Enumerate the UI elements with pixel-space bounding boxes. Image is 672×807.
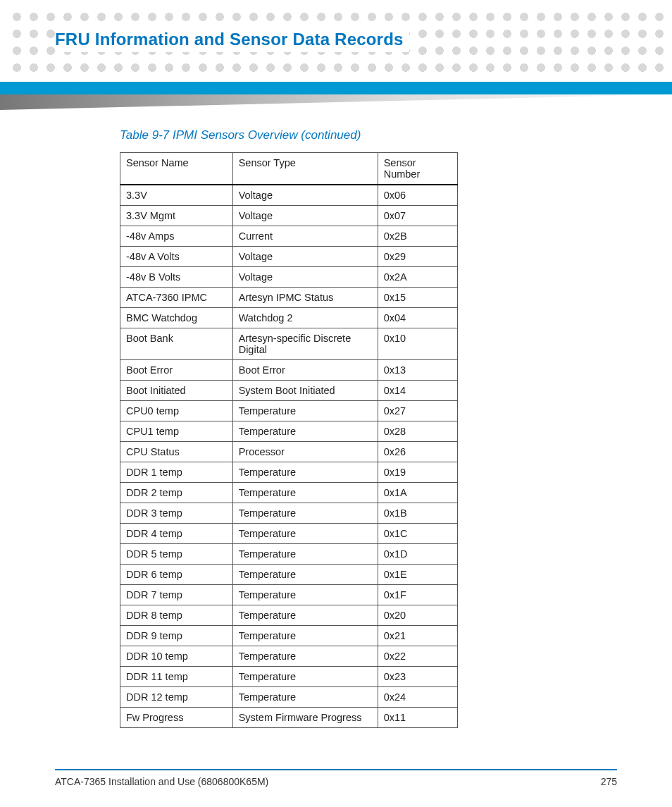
cell-sensor-type: Temperature [232,585,378,605]
table-row: DDR 10 tempTemperature0x22 [120,646,458,667]
cell-sensor-type: Temperature [232,421,378,442]
cell-sensor-number: 0x22 [378,646,457,667]
cell-sensor-number: 0x2A [378,267,457,288]
table-row: DDR 2 tempTemperature0x1A [120,483,458,503]
table-caption: Table 9-7 IPMI Sensors Overview (continu… [120,128,609,142]
table-row: Boot ErrorBoot Error0x13 [120,360,458,381]
cell-sensor-name: 3.3V [120,185,233,206]
cell-sensor-number: 0x20 [378,605,457,626]
cell-sensor-number: 0x1F [378,585,457,605]
cell-sensor-type: Temperature [232,524,378,544]
cell-sensor-type: Voltage [232,206,378,226]
cell-sensor-number: 0x1D [378,544,457,565]
table-row: DDR 6 tempTemperature0x1E [120,565,458,585]
cell-sensor-name: CPU1 temp [120,421,233,442]
cell-sensor-name: Boot Error [120,360,233,381]
cell-sensor-number: 0x06 [378,185,457,206]
col-header-sensor-type: Sensor Type [232,153,378,185]
cell-sensor-name: -48v B Volts [120,267,233,288]
footer-doc-title: ATCA-7365 Installation and Use (6806800K… [55,776,268,787]
table-row: Boot InitiatedSystem Boot Initiated0x14 [120,381,458,401]
cell-sensor-name: DDR 8 temp [120,605,233,626]
cell-sensor-name: -48v Amps [120,226,233,247]
cell-sensor-number: 0x1E [378,565,457,585]
cell-sensor-name: CPU0 temp [120,401,233,421]
content-area: Table 9-7 IPMI Sensors Overview (continu… [120,128,609,728]
cell-sensor-number: 0x26 [378,442,457,462]
cell-sensor-number: 0x07 [378,206,457,226]
cell-sensor-number: 0x13 [378,360,457,381]
table-row: DDR 9 tempTemperature0x21 [120,626,458,646]
cell-sensor-number: 0x27 [378,401,457,421]
cell-sensor-name: 3.3V Mgmt [120,206,233,226]
cell-sensor-type: Temperature [232,483,378,503]
table-row: -48v A VoltsVoltage0x29 [120,247,458,267]
cell-sensor-type: Artesyn IPMC Status [232,288,378,308]
col-header-sensor-number: Sensor Number [378,153,457,185]
cell-sensor-type: Voltage [232,185,378,206]
col-header-sensor-name: Sensor Name [120,153,233,185]
table-row: 3.3V MgmtVoltage0x07 [120,206,458,226]
cell-sensor-type: Temperature [232,503,378,524]
sensors-table: Sensor Name Sensor Type Sensor Number 3.… [120,152,458,728]
table-row: DDR 3 tempTemperature0x1B [120,503,458,524]
table-row: CPU StatusProcessor0x26 [120,442,458,462]
cell-sensor-number: 0x28 [378,421,457,442]
header-blue-bar [0,82,672,94]
cell-sensor-name: ATCA-7360 IPMC [120,288,233,308]
page-title: FRU Information and Sensor Data Records [55,30,409,52]
cell-sensor-name: DDR 1 temp [120,462,233,483]
page-footer: ATCA-7365 Installation and Use (6806800K… [55,769,617,787]
cell-sensor-number: 0x15 [378,288,457,308]
cell-sensor-name: DDR 3 temp [120,503,233,524]
table-row: BMC WatchdogWatchdog 20x04 [120,308,458,328]
cell-sensor-number: 0x19 [378,462,457,483]
cell-sensor-type: Voltage [232,247,378,267]
cell-sensor-name: DDR 11 temp [120,667,233,687]
cell-sensor-type: Current [232,226,378,247]
cell-sensor-name: BMC Watchdog [120,308,233,328]
cell-sensor-name: -48v A Volts [120,247,233,267]
table-row: Fw ProgressSystem Firmware Progress0x11 [120,708,458,728]
cell-sensor-type: System Boot Initiated [232,381,378,401]
cell-sensor-number: 0x24 [378,687,457,708]
cell-sensor-type: Voltage [232,267,378,288]
cell-sensor-name: DDR 12 temp [120,687,233,708]
table-row: CPU1 tempTemperature0x28 [120,421,458,442]
cell-sensor-type: Temperature [232,626,378,646]
cell-sensor-number: 0x10 [378,328,457,360]
cell-sensor-number: 0x2B [378,226,457,247]
cell-sensor-name: DDR 7 temp [120,585,233,605]
cell-sensor-type: Temperature [232,605,378,626]
cell-sensor-name: DDR 2 temp [120,483,233,503]
table-row: DDR 4 tempTemperature0x1C [120,524,458,544]
table-row: 3.3VVoltage0x06 [120,185,458,206]
cell-sensor-number: 0x29 [378,247,457,267]
footer-page-number: 275 [601,776,617,787]
table-row: DDR 5 tempTemperature0x1D [120,544,458,565]
cell-sensor-type: Watchdog 2 [232,308,378,328]
table-row: DDR 11 tempTemperature0x23 [120,667,458,687]
cell-sensor-number: 0x14 [378,381,457,401]
cell-sensor-number: 0x21 [378,626,457,646]
cell-sensor-number: 0x1B [378,503,457,524]
table-header-row: Sensor Name Sensor Type Sensor Number [120,153,458,185]
table-row: DDR 1 tempTemperature0x19 [120,462,458,483]
cell-sensor-type: Artesyn-specific Discrete Digital [232,328,378,360]
cell-sensor-name: DDR 10 temp [120,646,233,667]
cell-sensor-type: System Firmware Progress [232,708,378,728]
cell-sensor-name: Boot Initiated [120,381,233,401]
cell-sensor-name: DDR 4 temp [120,524,233,544]
cell-sensor-type: Temperature [232,646,378,667]
cell-sensor-name: DDR 6 temp [120,565,233,585]
cell-sensor-type: Temperature [232,544,378,565]
table-row: DDR 7 tempTemperature0x1F [120,585,458,605]
cell-sensor-number: 0x04 [378,308,457,328]
table-row: -48v AmpsCurrent0x2B [120,226,458,247]
cell-sensor-type: Temperature [232,687,378,708]
cell-sensor-name: DDR 5 temp [120,544,233,565]
cell-sensor-number: 0x1A [378,483,457,503]
table-row: ATCA-7360 IPMCArtesyn IPMC Status0x15 [120,288,458,308]
cell-sensor-name: Fw Progress [120,708,233,728]
cell-sensor-name: Boot Bank [120,328,233,360]
